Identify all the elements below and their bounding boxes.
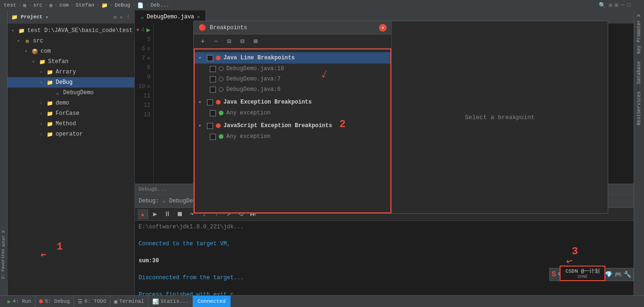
rest-services-label[interactable]: RestServices	[636, 88, 643, 129]
gear-icon[interactable]: ⚙	[114, 14, 117, 20]
bp-group-header-js-exception[interactable]: ▾ JavaScript Exception Breakpoints	[195, 120, 390, 131]
line-4: ● 4 ▶	[135, 25, 150, 35]
tree-item-arrary[interactable]: › 📁 Arrary	[8, 67, 134, 77]
tree-item-com[interactable]: ▾ 📦 com	[8, 46, 134, 57]
add-breakpoint-button[interactable]: +	[198, 36, 208, 47]
database-label[interactable]: Database	[636, 57, 643, 88]
csdn-label: CSDN @一计划	[565, 267, 600, 275]
debug-label: 5: Debug	[45, 299, 70, 304]
close-icon[interactable]: ✕	[119, 14, 123, 20]
remove-breakpoint-button[interactable]: −	[211, 36, 221, 47]
bp-item-line7[interactable]: DebugDemo.java:7	[195, 74, 390, 84]
expand-arrow: ▾	[11, 28, 16, 33]
settings-icon[interactable]: ⚙	[609, 2, 612, 9]
search-icon[interactable]: 🔍	[599, 2, 606, 9]
status-run[interactable]: ▶ 4: Run	[4, 296, 35, 307]
bp-group-header-java-exception[interactable]: ▾ Java Exception Breakpoints	[195, 97, 390, 108]
bp-checkbox[interactable]	[210, 110, 216, 116]
expand-arrow: ▾	[25, 48, 29, 54]
tree-item-test[interactable]: ▾ 📁 test D:\JAVA_SE\basic_code\test	[8, 25, 134, 36]
chevron-icon: ▾	[198, 123, 204, 129]
tree-item-demo[interactable]: › 📁 demo	[8, 98, 134, 108]
tree-item-operator[interactable]: › 📁 operator	[8, 129, 134, 139]
line-marker: ○	[147, 54, 150, 63]
tab-close[interactable]: ✕	[197, 14, 200, 20]
bp-checkbox[interactable]	[210, 76, 216, 82]
tree-item-debug[interactable]: ▾ 📁 DeBug	[8, 77, 134, 88]
tree-label: demo	[56, 100, 69, 106]
bp-empty-circle	[219, 87, 223, 92]
breadcrumb: test › ⊞ › src › ⊞ › com › Stefan › 📁 › …	[4, 2, 169, 8]
play-button[interactable]: ▶	[150, 209, 160, 219]
project-icon: 📁	[11, 14, 18, 20]
run-label: 4: Run	[13, 299, 32, 304]
bp-group-label: Java Line Breakpoints	[223, 55, 295, 61]
expand-arrow: ▾	[32, 59, 37, 65]
tree-label: DebugDemo	[63, 89, 94, 96]
tree-item-forcase[interactable]: › 📁 ForCase	[8, 108, 134, 119]
tree-label: Arrary	[56, 69, 76, 75]
tree-item-stefan[interactable]: ▾ 📁 Stefan	[8, 57, 134, 67]
dialog-left-panel: 🔴 Breakpoints ✕ + − ⊡ ⊟ ⊠ ▾	[194, 21, 392, 213]
close-x: ✕	[381, 25, 384, 31]
bp-checkbox[interactable]	[210, 87, 216, 93]
window-icon[interactable]: ⊞	[615, 2, 618, 9]
bp-item-any-exception-js[interactable]: Any exception	[195, 131, 390, 142]
footer-label: DebugD...	[139, 186, 166, 192]
status-todo[interactable]: ☰ 6: TODO	[74, 296, 110, 307]
select-breakpoint-label: Select a breakpoint	[465, 114, 535, 121]
pause-button[interactable]: ⏸	[162, 209, 173, 219]
maximize-icon[interactable]: □	[627, 2, 631, 8]
key-promoter-label[interactable]: Key Promoter X	[636, 10, 643, 57]
folder-icon: 📁	[46, 99, 54, 107]
tree-label: Method	[56, 121, 76, 127]
breakpoint-list: ▾ Java Line Breakpoints DebugDemo.java:1…	[194, 48, 391, 213]
console-output: E:\software\jdk1.8.0_221\jdk... Connecte…	[135, 221, 634, 295]
bp-checkbox[interactable]	[207, 99, 213, 105]
more-icon[interactable]: ⋮	[125, 14, 131, 20]
tree-label: Stefan	[48, 58, 68, 65]
tree-label: src	[33, 38, 43, 44]
expand-arrow: ▾	[17, 38, 22, 44]
bp-item-line6[interactable]: DebugDemo.java:6	[195, 84, 390, 95]
folder-icon: 📁	[46, 110, 54, 117]
tree-label: test D:\JAVA_SE\basic_code\test	[27, 27, 132, 34]
chevron-icon: ▾	[45, 14, 49, 20]
minimize-icon[interactable]: ─	[621, 2, 625, 8]
bp-checkbox[interactable]	[210, 66, 216, 72]
tool-icon[interactable]: 🔧	[624, 271, 631, 278]
status-stats[interactable]: 📊 Statis...	[149, 296, 193, 307]
tree-item-method[interactable]: › 📁 Method	[8, 119, 134, 129]
bp-checkbox[interactable]	[207, 123, 213, 129]
bp-red-dot	[216, 100, 221, 105]
bp-item-any-exception[interactable]: Any exception	[195, 108, 390, 118]
spacer	[47, 90, 52, 96]
bp-item-label: DebugDemo.java:10	[226, 65, 284, 72]
bp-item-line10[interactable]: DebugDemo.java:10	[195, 64, 390, 74]
dialog-title: Breakpoints	[210, 24, 247, 31]
export-button[interactable]: ⊡	[224, 36, 234, 47]
tab-icon: ☕	[140, 14, 144, 21]
bp-item-label: Any exception	[226, 133, 271, 140]
bp-group-header-java-line[interactable]: ▾ Java Line Breakpoints	[195, 52, 390, 64]
tab-label: DebugDemo.java	[147, 14, 194, 20]
project-sidebar: 📁 Project ▾ ⚙ ✕ ⋮ ▾ 📁 test D:\JAVA_SE\ba…	[8, 10, 135, 295]
status-debug[interactable]: 5: Debug	[35, 296, 74, 307]
import-button[interactable]: ⊟	[237, 36, 248, 47]
red-stop-btn[interactable]: ●	[139, 211, 147, 219]
dialog-close-button[interactable]: ✕	[379, 24, 387, 32]
bp-checkbox[interactable]	[207, 55, 213, 61]
theme-icon[interactable]: 💎	[605, 271, 612, 278]
expand-arrow: ›	[40, 121, 44, 127]
bp-empty-circle	[219, 77, 223, 81]
stop-button[interactable]: ⏹	[174, 209, 185, 219]
tree-item-src[interactable]: ▾ ⊞ src	[8, 36, 134, 46]
console-line-sum: sum:30	[139, 257, 630, 265]
folder-icon: 📁	[39, 58, 46, 65]
status-terminal[interactable]: ▣ Terminal	[110, 296, 148, 307]
bp-checkbox[interactable]	[210, 134, 216, 140]
dialog-icon: 🔴	[198, 24, 206, 32]
game-icon[interactable]: 🎮	[614, 271, 622, 278]
tree-item-debugdemo[interactable]: ☕ DebugDemo	[8, 88, 134, 98]
filter-button[interactable]: ⊠	[250, 36, 261, 47]
